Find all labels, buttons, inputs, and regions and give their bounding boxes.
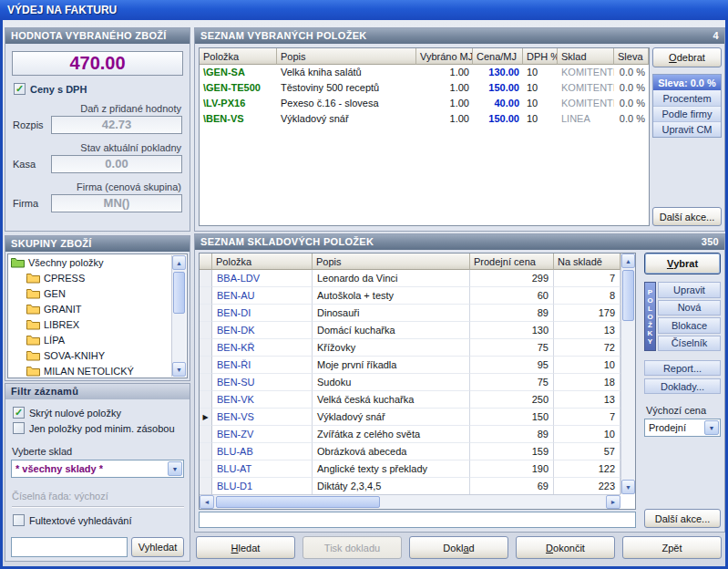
tree-item-group[interactable]: GRANIT (8, 301, 187, 316)
column-header[interactable]: Vybráno MJ (416, 48, 473, 65)
search-button[interactable]: Vyhledat (131, 537, 184, 557)
bottom-button-hledat[interactable]: Hledat (196, 536, 295, 559)
warehouse-select[interactable]: * všechny sklady * ▼ (11, 460, 184, 478)
selected-more-actions-button[interactable]: Další akce... (652, 207, 722, 226)
selected-item-row[interactable]: \GEN-SAVelká kniha salátů1.00130.0010KOM… (200, 65, 649, 80)
scroll-down-icon[interactable]: ▼ (621, 480, 635, 494)
scroll-thumb[interactable] (173, 272, 185, 314)
stock-row[interactable]: BEN-VKVelká česká kuchařka25013 (200, 391, 620, 409)
stock-price: 190 (470, 460, 554, 478)
tree-item-group[interactable]: LIBREX (8, 316, 187, 332)
tree-item-group[interactable]: GEN (8, 285, 187, 301)
stock-row[interactable]: BEN-ŘIMoje první říkadla9510 (200, 357, 620, 374)
scroll-left-icon[interactable]: ◄ (200, 495, 214, 509)
stock-row[interactable]: ▶BEN-VSVýkladový snář1507 (200, 409, 620, 426)
column-header[interactable]: Cena/MJ (473, 48, 523, 65)
column-header[interactable]: DPH % (523, 48, 558, 65)
documents-button[interactable]: Doklady... (644, 378, 721, 394)
stock-qty: 18 (554, 374, 620, 391)
stock-row[interactable]: BEN-SUSudoku7518 (200, 374, 620, 391)
stock-price: 89 (470, 305, 554, 322)
scroll-right-icon[interactable]: ► (606, 495, 620, 509)
column-header[interactable]: Položka (212, 253, 313, 270)
stock-row[interactable]: BEN-DIDinosauři89179 (200, 305, 620, 322)
fulltext-checkbox[interactable]: ✓ Fultextové vyhledávání (13, 514, 190, 526)
default-price-select[interactable]: Prodejní ▼ (644, 419, 721, 437)
scroll-down-icon[interactable]: ▼ (172, 362, 186, 377)
below-min-checkbox[interactable]: ✓ Jen položky pod minim. zásobou (13, 422, 190, 434)
dropdown-arrow-icon[interactable]: ▼ (168, 461, 182, 476)
discount-option-button[interactable]: Procentem (653, 90, 721, 106)
odebrat-button[interactable]: Odebrat (652, 47, 722, 67)
stock-row[interactable]: BLU-ABObrázková abeceda15957 (200, 443, 620, 460)
titlebar[interactable]: VÝDEJ NA FAKTURU (0, 0, 728, 20)
column-header[interactable]: Na skladě (554, 253, 620, 270)
column-header[interactable]: Položka (200, 48, 277, 65)
discount-active-button[interactable]: Sleva: 0.0 % (653, 75, 721, 90)
item-action-button[interactable]: Číselník (658, 336, 721, 352)
stock-code: BEN-ZV (212, 426, 313, 443)
bottom-button-dokonc-it[interactable]: Dokončit (516, 536, 615, 559)
groups-panel: SKUPINY ZBOŽÍ Všechny položkyCPRESSGENGR… (5, 235, 190, 381)
stock-row[interactable]: BLU-D1Diktáty 2,3,4,569223 (200, 478, 620, 494)
stock-qty: 122 (554, 460, 620, 478)
vybrat-button[interactable]: Vybrat (644, 253, 721, 274)
item-price: 130.00 (473, 65, 523, 80)
stock-filter-input[interactable] (199, 512, 636, 528)
bottom-button-zpe-t[interactable]: Zpět (622, 536, 722, 559)
folder-icon (26, 319, 40, 330)
discount-option-button[interactable]: Upravit CM (653, 121, 721, 137)
column-header[interactable]: Popis (277, 48, 416, 65)
tree-item-all[interactable]: Všechny položky (8, 254, 187, 270)
stock-qty: 10 (554, 357, 620, 374)
selected-item-row[interactable]: \BEN-VSVýkladový snář1.00150.0010LINEA0.… (200, 111, 649, 127)
selected-item-row[interactable]: \GEN-TE500Těstoviny 500 receptů1.00150.0… (200, 80, 649, 96)
tree-item-group[interactable]: CPRESS (8, 270, 187, 285)
record-marker-cell (200, 478, 212, 494)
hide-zero-checkbox[interactable]: ✓ Skrýt nulové položky (13, 407, 190, 419)
column-header[interactable]: Sklad (558, 48, 614, 65)
vat-checkbox[interactable]: ✓ Ceny s DPH (14, 83, 190, 95)
stock-desc: Výkladový snář (313, 409, 470, 426)
stock-row[interactable]: BEN-AUAutoškola + testy608 (200, 287, 620, 305)
item-action-button[interactable]: Blokace (658, 317, 721, 334)
tree-scrollbar[interactable]: ▲ ▼ (171, 255, 186, 377)
tree-item-label: Všechny položky (28, 257, 104, 268)
item-code: \BEN-VS (200, 111, 277, 127)
scroll-up-icon[interactable]: ▲ (172, 255, 186, 270)
folder-icon (26, 304, 40, 315)
stock-row[interactable]: BBA-LDVLeonardo da Vinci2997 (200, 270, 620, 287)
stock-vscrollbar[interactable]: ▲ ▼ (620, 253, 635, 494)
bottom-button-doklad[interactable]: Doklad (409, 536, 508, 559)
scroll-up-icon[interactable]: ▲ (621, 253, 635, 268)
stock-row[interactable]: BEN-DKDomácí kuchařka13013 (200, 322, 620, 339)
search-input[interactable] (11, 537, 128, 557)
below-min-label: Jen položky pod minim. zásobou (29, 423, 175, 434)
tree-item-group[interactable]: MILAN NETOLICKÝ (8, 363, 187, 378)
dropdown-arrow-icon[interactable]: ▼ (704, 420, 719, 435)
scroll-thumb[interactable] (622, 270, 634, 321)
item-action-button[interactable]: Nová (658, 300, 721, 316)
item-action-button[interactable]: Upravit (658, 282, 721, 298)
stock-hscrollbar[interactable]: ◄ ► (200, 494, 620, 509)
scroll-thumb[interactable] (216, 496, 380, 508)
column-header[interactable]: Sleva (614, 48, 649, 65)
column-header[interactable]: Popis (313, 253, 470, 270)
total-value: 470.00 (12, 51, 183, 76)
tree-item-group[interactable]: LÍPA (8, 332, 187, 347)
stock-row[interactable]: BLU-ATAnglické texty s překlady190122 (200, 460, 620, 478)
discount-option-button[interactable]: Podle firmy (653, 106, 721, 121)
selected-panel-title: SEZNAM VYBRANÝCH POLOŽEK (200, 28, 367, 44)
column-header[interactable]: Prodejní cena (470, 253, 554, 270)
tree-item-group[interactable]: SOVA-KNIHY (8, 347, 187, 363)
stock-row[interactable]: BEN-ZVZvířátka z celého světa8910 (200, 426, 620, 443)
stock-price: 159 (470, 443, 554, 460)
selected-panel-header: SEZNAM VYBRANÝCH POLOŽEK 4 (195, 28, 724, 44)
stock-more-actions-button[interactable]: Další akce... (644, 509, 721, 528)
report-button[interactable]: Report... (644, 360, 721, 376)
stock-row[interactable]: BEN-KŘKřížovky7572 (200, 339, 620, 357)
bottom-bar: HledatTisk dokladuDokladDokončitZpět (196, 536, 722, 560)
tree-item-label: SOVA-KNIHY (44, 350, 105, 361)
selected-item-row[interactable]: \LV-PX16Pexeso č.16 - slovesa1.0040.0010… (200, 96, 649, 111)
item-warehouse: KOMITENTI (558, 65, 614, 80)
